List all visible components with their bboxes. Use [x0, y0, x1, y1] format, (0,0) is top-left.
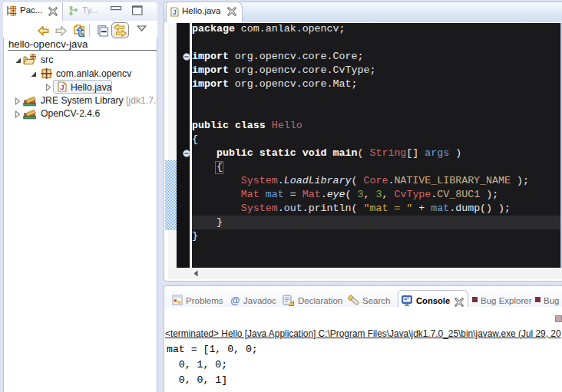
- svg-text:J: J: [173, 8, 177, 16]
- svg-text:@: @: [230, 295, 240, 306]
- svg-text:J: J: [60, 83, 64, 91]
